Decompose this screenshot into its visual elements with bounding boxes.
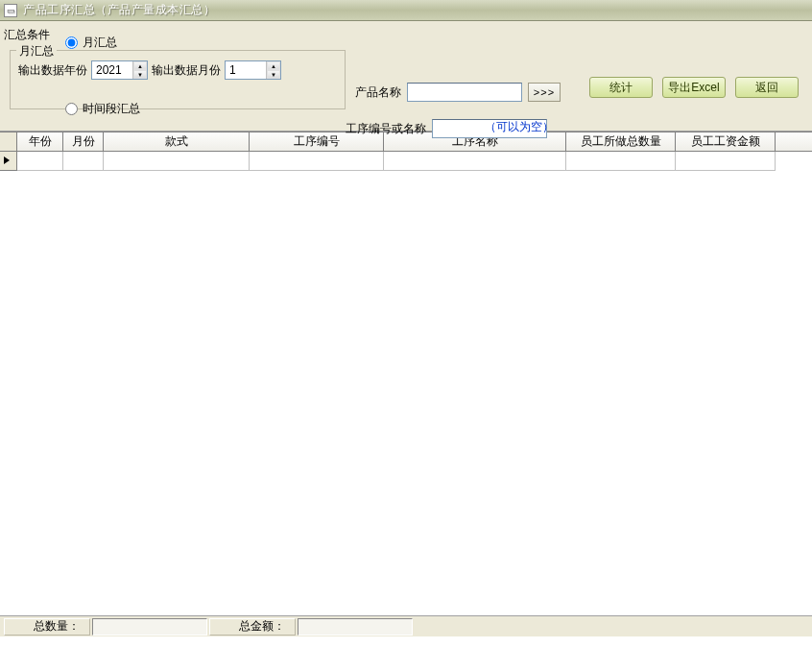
month-spinner[interactable]: ▲ ▼ — [225, 60, 281, 80]
row-indicator-icon[interactable] — [0, 152, 17, 171]
product-pick-button[interactable]: >>> — [528, 83, 561, 102]
cell[interactable] — [104, 152, 250, 171]
cell[interactable] — [250, 152, 384, 171]
radio-range-label: 时间段汇总 — [83, 101, 140, 117]
total-amt-label: 总金额： — [209, 618, 296, 636]
col-month[interactable]: 月份 — [63, 132, 104, 151]
cell[interactable] — [63, 152, 104, 171]
stat-button[interactable]: 统计 — [589, 77, 653, 98]
row-selector-header[interactable] — [0, 132, 17, 151]
data-grid: 年份 月份 款式 工序编号 工序名称 员工所做总数量 员工工资金额 — [0, 132, 812, 603]
col-year[interactable]: 年份 — [17, 132, 63, 151]
col-wage[interactable]: 员工工资金额 — [676, 132, 776, 151]
back-button[interactable]: 返回 — [735, 77, 799, 98]
export-button[interactable]: 导出Excel — [662, 77, 726, 98]
cell[interactable] — [384, 152, 566, 171]
product-label: 产品名称 — [355, 84, 401, 101]
month-down-icon[interactable]: ▼ — [267, 70, 280, 79]
total-amt-value — [298, 618, 413, 636]
col-style[interactable]: 款式 — [104, 132, 250, 151]
cell[interactable] — [566, 152, 676, 171]
month-input[interactable] — [226, 61, 266, 79]
total-qty-value — [92, 618, 207, 636]
month-up-icon[interactable]: ▲ — [267, 61, 280, 70]
cell[interactable] — [17, 152, 63, 171]
radio-month-row: 月汇总 — [65, 35, 117, 51]
radio-month[interactable] — [65, 36, 78, 49]
cell[interactable] — [676, 152, 776, 171]
year-up-icon[interactable]: ▲ — [133, 61, 147, 70]
month-label: 输出数据月份 — [152, 62, 221, 79]
total-qty-label: 总数量： — [4, 618, 90, 636]
conditions-label: 汇总条件 — [4, 27, 806, 43]
action-buttons: 统计 导出Excel 返回 — [589, 77, 799, 98]
radio-range[interactable] — [65, 103, 78, 115]
product-row: 产品名称 >>> — [355, 83, 561, 102]
radio-range-row: 时间段汇总 — [65, 101, 140, 117]
year-input[interactable] — [92, 61, 132, 79]
window-title: 产品工序汇总（产品产量成本汇总） — [23, 2, 215, 18]
year-down-icon[interactable]: ▼ — [133, 70, 147, 79]
year-label: 输出数据年份 — [18, 62, 87, 79]
radio-month-label: 月汇总 — [83, 35, 117, 51]
status-bar: 总数量： 总金额： — [0, 615, 812, 636]
month-fieldset: 月汇总 输出数据年份 ▲ ▼ 输出数据月份 ▲ ▼ — [10, 50, 346, 109]
conditions-panel: 汇总条件 月汇总 月汇总 输出数据年份 ▲ ▼ 输出数据月份 ▲ ▼ — [0, 21, 812, 132]
product-input[interactable] — [407, 83, 522, 102]
col-total-qty[interactable]: 员工所做总数量 — [566, 132, 676, 151]
title-bar: ▭ 产品工序汇总（产品产量成本汇总） — [0, 0, 812, 21]
month-fieldset-legend: 月汇总 — [16, 43, 57, 60]
process-hint: （可以为空） — [485, 119, 554, 135]
window-system-icon[interactable]: ▭ — [4, 4, 17, 17]
table-row[interactable] — [0, 152, 812, 171]
process-label: 工序编号或名称 — [346, 121, 426, 137]
grid-body[interactable] — [0, 152, 812, 603]
year-spinner[interactable]: ▲ ▼ — [91, 60, 148, 80]
